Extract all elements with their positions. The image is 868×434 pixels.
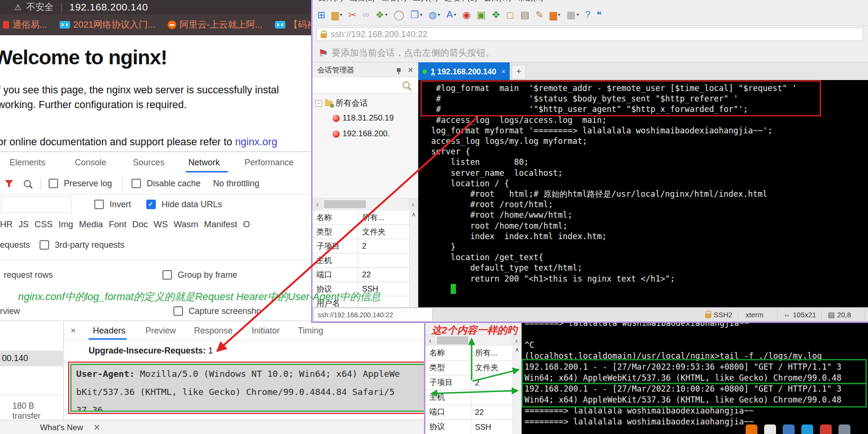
tree-collapse-icon[interactable]: −: [315, 100, 322, 107]
address-url[interactable]: 192.168.200.140: [69, 1, 148, 13]
vertical-scrollbar[interactable]: ∧: [513, 346, 521, 434]
terminal-2[interactable]: =======> lalalalala woshimaibaodexiaohan…: [522, 323, 868, 434]
keyboard-icon[interactable]: ▤: [520, 9, 529, 20]
scroll-right-icon[interactable]: ›: [408, 199, 418, 211]
globe-icon[interactable]: ◍▾: [429, 9, 440, 20]
ssh-address-field[interactable]: ssh://192.168.200.140:22: [316, 28, 863, 41]
status-session-tab[interactable]: ssh://192.168.200.140:22: [313, 308, 433, 322]
property-row[interactable]: 类型文件夹: [313, 225, 410, 239]
property-row[interactable]: 子项目2: [313, 239, 410, 253]
taskbar-app-light-icon[interactable]: [764, 424, 776, 434]
fullscreen-icon[interactable]: ✥: [492, 9, 500, 20]
dropdown-caret-icon[interactable]: ▾: [558, 12, 560, 17]
group-by-frame-checkbox[interactable]: [162, 270, 172, 280]
property-row[interactable]: 名称所有...: [425, 346, 513, 361]
scroll-up-icon[interactable]: ∧: [410, 211, 418, 218]
brush-icon[interactable]: ✎: [535, 9, 544, 20]
taskbar-app-orange-icon[interactable]: [746, 424, 757, 434]
taskbar-app-blue-icon[interactable]: [783, 424, 795, 434]
dropdown-caret-icon[interactable]: ▾: [340, 12, 342, 17]
scroll-up-icon[interactable]: ∧: [513, 346, 521, 353]
property-row[interactable]: 主机: [425, 390, 513, 405]
pin-icon[interactable]: [397, 68, 401, 72]
tab-response[interactable]: Response: [194, 326, 232, 336]
scroll-left-icon[interactable]: ‹: [313, 199, 322, 211]
dropdown-caret-icon[interactable]: ▾: [385, 12, 387, 17]
vertical-scrollbar[interactable]: ∧: [409, 211, 418, 307]
xshell-swirl-icon[interactable]: ◉: [462, 9, 470, 20]
preserve-log-checkbox[interactable]: [49, 179, 58, 188]
taskbar-app-cyan-icon[interactable]: [801, 424, 813, 434]
open-folder-icon[interactable]: ▆▾: [332, 9, 342, 20]
dropdown-caret-icon[interactable]: ▾: [438, 12, 440, 17]
tab-initiator[interactable]: Initiator: [252, 326, 280, 336]
whats-new-tab[interactable]: What's New: [40, 423, 83, 433]
terminal-tab-active[interactable]: 1 192.168.200.140 ×: [418, 62, 510, 81]
third-party-checkbox[interactable]: [40, 240, 49, 250]
property-row[interactable]: 名称所有...: [313, 211, 410, 225]
search-icon[interactable]: [24, 180, 31, 187]
session-search-box[interactable]: [313, 78, 418, 93]
tab-headers[interactable]: Headers: [93, 326, 125, 336]
reconnect-icon[interactable]: ∞: [363, 9, 369, 20]
menu-bar[interactable]: 文件(F) 编辑(E) 查看(V) 工具(T) 选项卡(B) 窗口(W) 帮助(…: [313, 0, 868, 4]
menu-items[interactable]: 文件(F) 编辑(E) 查看(V) 工具(T) 选项卡(B) 窗口(W) 帮助(…: [318, 0, 544, 3]
property-row[interactable]: 协议SSH: [425, 420, 513, 434]
property-row[interactable]: 子项目2: [425, 375, 513, 390]
not-secure-label[interactable]: 不安全: [26, 1, 53, 13]
throttling-select[interactable]: No throttling: [213, 179, 259, 189]
nginx-org-link[interactable]: nginx.org: [235, 136, 277, 148]
dropdown-caret-icon[interactable]: ▾: [454, 12, 456, 17]
new-session-icon[interactable]: ⊞: [317, 9, 325, 20]
property-row[interactable]: 协议SSH: [313, 282, 410, 296]
filter-icon[interactable]: [5, 180, 13, 187]
close-icon[interactable]: ×: [502, 68, 505, 75]
ssh-address[interactable]: ssh://192.168.200.140:22: [331, 30, 427, 40]
tab-preview[interactable]: Preview: [145, 326, 176, 336]
tab-elements[interactable]: Elements: [10, 158, 45, 168]
session-properties-icon[interactable]: ❖▾: [375, 9, 387, 20]
find-icon[interactable]: ◯: [394, 9, 404, 20]
layout-icon[interactable]: ❐▾: [411, 9, 423, 20]
disconnect-icon[interactable]: ✂: [348, 9, 356, 20]
tab-performance[interactable]: Performance: [244, 158, 293, 168]
scrollbar-thumb[interactable]: [324, 200, 366, 208]
toolbar-lock-icon[interactable]: ◻: [506, 9, 515, 20]
tree-item-session[interactable]: 118.31.250.19: [333, 113, 394, 123]
search-icon[interactable]: [403, 81, 410, 89]
close-icon[interactable]: ✕: [93, 423, 100, 433]
property-row[interactable]: 类型文件夹: [425, 361, 513, 375]
bookmark-item[interactable]: 2021网络协议入门...: [60, 19, 155, 31]
dropdown-caret-icon[interactable]: ▾: [420, 12, 423, 17]
bookmark-item[interactable]: 通俗易...: [3, 19, 47, 31]
request-row-selected[interactable]: 00.140: [0, 351, 63, 366]
filter-input[interactable]: [1, 196, 71, 212]
bookmark-item[interactable]: 阿里云-上云就上阿...: [168, 19, 262, 31]
comment-icon[interactable]: ❝: [596, 9, 602, 20]
disable-cache-checkbox[interactable]: [131, 179, 141, 188]
tab-network[interactable]: Network: [188, 158, 220, 168]
dropdown-caret-icon[interactable]: ▾: [576, 12, 579, 17]
scroll-right-icon[interactable]: ›: [512, 335, 521, 346]
help-icon[interactable]: ?: [585, 9, 590, 20]
property-row[interactable]: 主机: [313, 253, 410, 268]
hide-data-urls-checkbox[interactable]: [146, 200, 156, 209]
new-folder-icon[interactable]: ▆▾: [550, 9, 560, 20]
grid-icon[interactable]: ▦▾: [566, 9, 579, 20]
tab-timing[interactable]: Timing: [298, 326, 323, 336]
horizontal-scrollbar[interactable]: ‹ ›: [313, 198, 418, 211]
new-tab-button[interactable]: +: [512, 65, 526, 79]
taskbar-app-grey-icon[interactable]: [838, 424, 850, 434]
tab-console[interactable]: Console: [75, 158, 106, 168]
invert-checkbox[interactable]: [94, 200, 104, 209]
horizontal-scrollbar[interactable]: ‹ ›: [425, 334, 521, 347]
font-icon[interactable]: A▾: [446, 9, 456, 20]
scroll-left-icon[interactable]: ‹: [425, 335, 435, 346]
terminal[interactable]: #log_format main '$remote_addr - $remote…: [418, 80, 868, 307]
scrollbar-thumb[interactable]: [437, 336, 468, 344]
tree-item-session[interactable]: 192.168.200.: [333, 129, 390, 139]
taskbar-app-red-icon[interactable]: [820, 424, 832, 434]
xftp-icon[interactable]: ▣: [477, 9, 486, 20]
close-icon[interactable]: ×: [71, 325, 76, 336]
capture-screenshots-checkbox[interactable]: [173, 306, 183, 316]
